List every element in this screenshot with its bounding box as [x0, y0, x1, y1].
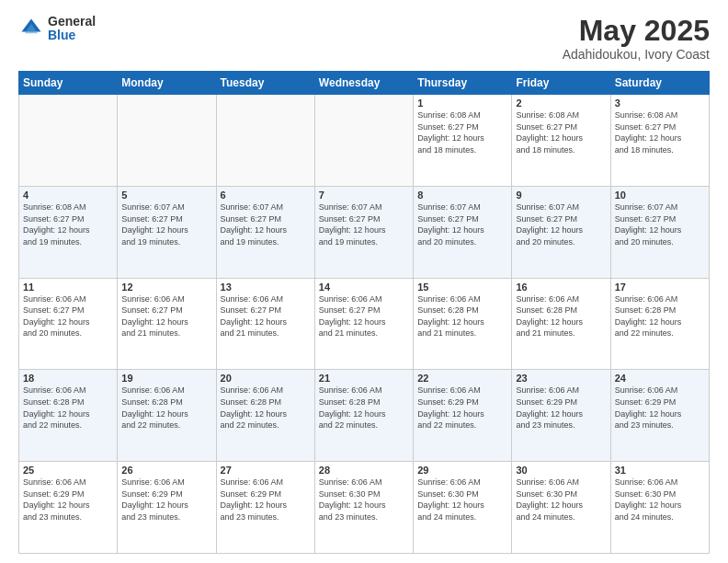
day-info-text: Sunrise: 6:06 AM [516, 385, 606, 396]
day-number: 7 [319, 190, 409, 201]
calendar-week-row: 1Sunrise: 6:08 AMSunset: 6:27 PMDaylight… [19, 95, 710, 187]
day-info-text: and 24 minutes. [417, 511, 507, 523]
day-info-text: Sunset: 6:29 PM [615, 396, 705, 408]
day-info-text: and 23 minutes. [615, 419, 705, 431]
day-info-text: Sunrise: 6:06 AM [319, 385, 409, 396]
day-info-text: Daylight: 12 hours [319, 408, 409, 420]
table-row: 4Sunrise: 6:08 AMSunset: 6:27 PMDaylight… [19, 186, 118, 278]
day-info-text: Daylight: 12 hours [615, 224, 705, 236]
day-info-text: and 23 minutes. [221, 511, 311, 523]
logo-general-text: General [48, 15, 96, 29]
month-title: May 2025 [563, 15, 710, 47]
day-number: 2 [516, 98, 606, 109]
day-number: 21 [319, 373, 409, 384]
day-info-text: and 23 minutes. [516, 419, 606, 431]
day-number: 19 [121, 373, 211, 384]
day-info-text: Sunset: 6:27 PM [23, 213, 113, 225]
day-info-text: Daylight: 12 hours [417, 408, 507, 420]
table-row: 31Sunrise: 6:06 AMSunset: 6:30 PMDayligh… [610, 462, 709, 554]
day-number: 13 [221, 282, 311, 293]
table-row: 16Sunrise: 6:06 AMSunset: 6:28 PMDayligh… [512, 278, 610, 370]
day-number: 8 [417, 190, 507, 201]
logo: General Blue [18, 15, 96, 43]
header-tuesday: Tuesday [216, 72, 314, 95]
day-info-text: and 24 minutes. [516, 511, 606, 523]
day-info-text: Sunrise: 6:06 AM [121, 477, 211, 488]
calendar-week-row: 4Sunrise: 6:08 AMSunset: 6:27 PMDaylight… [19, 186, 710, 278]
logo-blue-text: Blue [48, 29, 96, 42]
day-info-text: Sunrise: 6:06 AM [615, 385, 705, 396]
table-row: 24Sunrise: 6:06 AMSunset: 6:29 PMDayligh… [610, 370, 709, 462]
table-row [118, 95, 216, 187]
day-info-text: Sunset: 6:29 PM [417, 396, 507, 408]
day-info-text: Sunset: 6:30 PM [417, 488, 507, 500]
table-row: 29Sunrise: 6:06 AMSunset: 6:30 PMDayligh… [414, 462, 512, 554]
day-number: 3 [615, 98, 705, 109]
table-row: 6Sunrise: 6:07 AMSunset: 6:27 PMDaylight… [216, 186, 314, 278]
day-info-text: and 22 minutes. [221, 419, 311, 431]
table-row: 14Sunrise: 6:06 AMSunset: 6:27 PMDayligh… [314, 278, 413, 370]
day-info-text: Sunset: 6:30 PM [319, 488, 409, 500]
day-info-text: Sunset: 6:27 PM [319, 304, 409, 316]
day-info-text: Sunset: 6:27 PM [221, 213, 311, 225]
day-info-text: and 23 minutes. [23, 511, 113, 523]
day-info-text: Sunrise: 6:06 AM [615, 293, 705, 305]
day-number: 18 [23, 373, 113, 384]
day-info-text: and 18 minutes. [516, 144, 606, 156]
day-info-text: Sunrise: 6:07 AM [417, 201, 507, 213]
table-row: 13Sunrise: 6:06 AMSunset: 6:27 PMDayligh… [216, 278, 314, 370]
day-info-text: Sunset: 6:27 PM [417, 213, 507, 225]
table-row: 30Sunrise: 6:06 AMSunset: 6:30 PMDayligh… [512, 462, 610, 554]
day-number: 24 [615, 373, 705, 384]
day-info-text: and 21 minutes. [319, 327, 409, 339]
day-number: 11 [23, 282, 113, 293]
day-info-text: and 20 minutes. [615, 236, 705, 248]
logo-text: General Blue [48, 15, 96, 43]
table-row: 7Sunrise: 6:07 AMSunset: 6:27 PMDaylight… [314, 186, 413, 278]
header-wednesday: Wednesday [314, 72, 413, 95]
page: General Blue May 2025 Adahidoukou, Ivory… [0, 0, 728, 563]
day-number: 10 [615, 190, 705, 201]
table-row: 25Sunrise: 6:06 AMSunset: 6:29 PMDayligh… [19, 462, 118, 554]
day-info-text: Sunset: 6:29 PM [23, 488, 113, 500]
day-info-text: Daylight: 12 hours [121, 408, 211, 420]
day-info-text: Daylight: 12 hours [221, 500, 311, 511]
table-row: 18Sunrise: 6:06 AMSunset: 6:28 PMDayligh… [19, 370, 118, 462]
day-info-text: Sunrise: 6:08 AM [23, 201, 113, 213]
day-number: 20 [221, 373, 311, 384]
day-info-text: Sunset: 6:29 PM [221, 488, 311, 500]
day-info-text: Sunset: 6:27 PM [516, 121, 606, 133]
day-info-text: Sunrise: 6:06 AM [417, 293, 507, 305]
day-number: 4 [23, 190, 113, 201]
day-info-text: Sunrise: 6:06 AM [23, 385, 113, 396]
day-info-text: Daylight: 12 hours [23, 316, 113, 328]
day-info-text: Sunrise: 6:06 AM [319, 477, 409, 488]
day-info-text: Daylight: 12 hours [615, 132, 705, 144]
day-info-text: Daylight: 12 hours [23, 500, 113, 511]
location-subtitle: Adahidoukou, Ivory Coast [563, 47, 710, 62]
day-number: 27 [221, 465, 311, 476]
day-info-text: and 20 minutes. [23, 327, 113, 339]
table-row: 1Sunrise: 6:08 AMSunset: 6:27 PMDaylight… [414, 95, 512, 187]
table-row [216, 95, 314, 187]
table-row: 22Sunrise: 6:06 AMSunset: 6:29 PMDayligh… [414, 370, 512, 462]
day-info-text: Daylight: 12 hours [516, 408, 606, 420]
day-info-text: and 21 minutes. [221, 327, 311, 339]
day-number: 15 [417, 282, 507, 293]
day-info-text: Sunrise: 6:06 AM [221, 385, 311, 396]
table-row: 23Sunrise: 6:06 AMSunset: 6:29 PMDayligh… [512, 370, 610, 462]
header-friday: Friday [512, 72, 610, 95]
day-info-text: Sunset: 6:27 PM [23, 304, 113, 316]
day-number: 25 [23, 465, 113, 476]
day-number: 23 [516, 373, 606, 384]
day-info-text: Daylight: 12 hours [23, 408, 113, 420]
day-info-text: Sunset: 6:28 PM [417, 304, 507, 316]
day-info-text: Daylight: 12 hours [615, 500, 705, 511]
table-row: 12Sunrise: 6:06 AMSunset: 6:27 PMDayligh… [118, 278, 216, 370]
header-thursday: Thursday [414, 72, 512, 95]
day-info-text: Daylight: 12 hours [319, 316, 409, 328]
title-area: May 2025 Adahidoukou, Ivory Coast [563, 15, 710, 62]
table-row: 9Sunrise: 6:07 AMSunset: 6:27 PMDaylight… [512, 186, 610, 278]
day-info-text: Sunrise: 6:06 AM [417, 477, 507, 488]
day-info-text: and 20 minutes. [516, 236, 606, 248]
